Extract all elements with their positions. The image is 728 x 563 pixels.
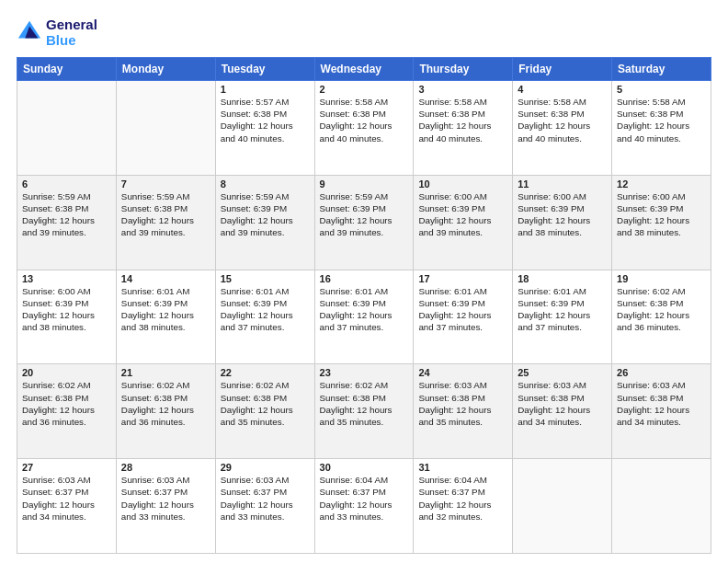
week-row-5: 27Sunrise: 6:03 AM Sunset: 6:37 PM Dayli… [17,459,711,554]
day-info: Sunrise: 6:01 AM Sunset: 6:39 PM Dayligh… [518,285,607,334]
calendar-cell: 20Sunrise: 6:02 AM Sunset: 6:38 PM Dayli… [17,364,117,459]
calendar-cell: 24Sunrise: 6:03 AM Sunset: 6:38 PM Dayli… [414,364,513,459]
day-info: Sunrise: 6:04 AM Sunset: 6:37 PM Dayligh… [320,474,409,523]
day-number: 16 [320,273,409,284]
calendar: SundayMondayTuesdayWednesdayThursdayFrid… [17,57,711,554]
day-info: Sunrise: 6:02 AM Sunset: 6:38 PM Dayligh… [121,379,210,428]
day-info: Sunrise: 6:03 AM Sunset: 6:38 PM Dayligh… [617,379,706,428]
day-number: 20 [22,367,111,378]
logo-icon [17,19,42,45]
calendar-cell [116,81,215,176]
day-info: Sunrise: 5:58 AM Sunset: 6:38 PM Dayligh… [617,96,706,144]
calendar-cell: 1Sunrise: 5:57 AM Sunset: 6:38 PM Daylig… [215,81,314,176]
logo-text: General Blue [46,17,97,48]
day-number: 18 [518,273,607,284]
day-info: Sunrise: 5:57 AM Sunset: 6:38 PM Dayligh… [221,96,310,144]
calendar-cell: 25Sunrise: 6:03 AM Sunset: 6:38 PM Dayli… [513,364,612,459]
weekday-tuesday: Tuesday [215,58,314,81]
day-info: Sunrise: 5:58 AM Sunset: 6:38 PM Dayligh… [518,96,607,144]
day-number: 29 [221,462,310,473]
calendar-cell: 31Sunrise: 6:04 AM Sunset: 6:37 PM Dayli… [414,459,513,554]
day-info: Sunrise: 6:03 AM Sunset: 6:38 PM Dayligh… [518,379,607,428]
day-info: Sunrise: 6:02 AM Sunset: 6:38 PM Dayligh… [22,379,111,428]
week-row-4: 20Sunrise: 6:02 AM Sunset: 6:38 PM Dayli… [17,364,711,459]
day-number: 11 [518,178,607,190]
day-number: 10 [418,178,507,190]
day-info: Sunrise: 5:58 AM Sunset: 6:38 PM Dayligh… [320,96,409,144]
calendar-cell: 2Sunrise: 5:58 AM Sunset: 6:38 PM Daylig… [314,81,414,176]
day-info: Sunrise: 6:02 AM Sunset: 6:38 PM Dayligh… [221,379,310,428]
calendar-cell: 22Sunrise: 6:02 AM Sunset: 6:38 PM Dayli… [215,364,314,459]
day-number: 30 [320,462,409,473]
day-info: Sunrise: 6:03 AM Sunset: 6:38 PM Dayligh… [418,379,507,428]
calendar-cell: 21Sunrise: 6:02 AM Sunset: 6:38 PM Dayli… [116,364,215,459]
weekday-friday: Friday [513,58,612,81]
day-info: Sunrise: 6:02 AM Sunset: 6:38 PM Dayligh… [320,379,409,428]
calendar-cell: 12Sunrise: 6:00 AM Sunset: 6:39 PM Dayli… [612,175,711,270]
weekday-saturday: Saturday [612,58,711,81]
calendar-cell: 16Sunrise: 6:01 AM Sunset: 6:39 PM Dayli… [314,270,414,364]
day-number: 15 [221,273,310,284]
day-info: Sunrise: 5:59 AM Sunset: 6:39 PM Dayligh… [320,190,409,239]
day-number: 8 [221,178,310,190]
day-number: 17 [418,273,507,284]
weekday-header-row: SundayMondayTuesdayWednesdayThursdayFrid… [17,58,711,81]
day-info: Sunrise: 5:59 AM Sunset: 6:38 PM Dayligh… [22,190,111,239]
calendar-cell: 10Sunrise: 6:00 AM Sunset: 6:39 PM Dayli… [414,175,513,270]
day-info: Sunrise: 5:59 AM Sunset: 6:39 PM Dayligh… [221,190,310,239]
day-info: Sunrise: 6:00 AM Sunset: 6:39 PM Dayligh… [22,285,111,334]
day-number: 23 [320,367,409,378]
calendar-cell: 11Sunrise: 6:00 AM Sunset: 6:39 PM Dayli… [513,175,612,270]
calendar-cell: 17Sunrise: 6:01 AM Sunset: 6:39 PM Dayli… [414,270,513,364]
page: General Blue SundayMondayTuesdayWednesda… [0,0,728,563]
calendar-cell: 14Sunrise: 6:01 AM Sunset: 6:39 PM Dayli… [116,270,215,364]
day-info: Sunrise: 5:58 AM Sunset: 6:38 PM Dayligh… [418,96,507,144]
day-number: 31 [418,462,507,473]
day-number: 19 [617,273,706,284]
day-number: 13 [22,273,111,284]
calendar-cell: 7Sunrise: 5:59 AM Sunset: 6:38 PM Daylig… [116,175,215,270]
calendar-cell: 29Sunrise: 6:03 AM Sunset: 6:37 PM Dayli… [215,459,314,554]
calendar-cell [513,459,612,554]
weekday-wednesday: Wednesday [314,58,414,81]
day-info: Sunrise: 6:00 AM Sunset: 6:39 PM Dayligh… [518,190,607,239]
day-number: 7 [121,178,210,190]
calendar-cell: 5Sunrise: 5:58 AM Sunset: 6:38 PM Daylig… [612,81,711,176]
day-info: Sunrise: 6:03 AM Sunset: 6:37 PM Dayligh… [121,474,210,523]
calendar-cell: 4Sunrise: 5:58 AM Sunset: 6:38 PM Daylig… [513,81,612,176]
weekday-sunday: Sunday [17,58,117,81]
day-info: Sunrise: 6:00 AM Sunset: 6:39 PM Dayligh… [617,190,706,239]
day-info: Sunrise: 6:02 AM Sunset: 6:38 PM Dayligh… [617,285,706,334]
day-number: 6 [22,178,111,190]
calendar-cell: 19Sunrise: 6:02 AM Sunset: 6:38 PM Dayli… [612,270,711,364]
week-row-1: 1Sunrise: 5:57 AM Sunset: 6:38 PM Daylig… [17,81,711,176]
day-number: 27 [22,462,111,473]
day-number: 26 [617,367,706,378]
calendar-cell: 15Sunrise: 6:01 AM Sunset: 6:39 PM Dayli… [215,270,314,364]
week-row-3: 13Sunrise: 6:00 AM Sunset: 6:39 PM Dayli… [17,270,711,364]
calendar-cell: 8Sunrise: 5:59 AM Sunset: 6:39 PM Daylig… [215,175,314,270]
day-number: 24 [418,367,507,378]
day-info: Sunrise: 6:01 AM Sunset: 6:39 PM Dayligh… [221,285,310,334]
calendar-cell: 3Sunrise: 5:58 AM Sunset: 6:38 PM Daylig… [414,81,513,176]
day-number: 2 [320,84,409,95]
weekday-monday: Monday [116,58,215,81]
calendar-cell: 26Sunrise: 6:03 AM Sunset: 6:38 PM Dayli… [612,364,711,459]
day-info: Sunrise: 6:00 AM Sunset: 6:39 PM Dayligh… [418,190,507,239]
day-info: Sunrise: 5:59 AM Sunset: 6:38 PM Dayligh… [121,190,210,239]
calendar-cell [612,459,711,554]
calendar-cell: 28Sunrise: 6:03 AM Sunset: 6:37 PM Dayli… [116,459,215,554]
day-number: 14 [121,273,210,284]
calendar-cell: 23Sunrise: 6:02 AM Sunset: 6:38 PM Dayli… [314,364,414,459]
header: General Blue [17,17,711,48]
weekday-thursday: Thursday [414,58,513,81]
day-number: 3 [418,84,507,95]
day-info: Sunrise: 6:01 AM Sunset: 6:39 PM Dayligh… [121,285,210,334]
day-number: 1 [221,84,310,95]
day-number: 5 [617,84,706,95]
calendar-cell: 18Sunrise: 6:01 AM Sunset: 6:39 PM Dayli… [513,270,612,364]
calendar-cell: 27Sunrise: 6:03 AM Sunset: 6:37 PM Dayli… [17,459,117,554]
day-number: 21 [121,367,210,378]
day-number: 25 [518,367,607,378]
day-info: Sunrise: 6:01 AM Sunset: 6:39 PM Dayligh… [320,285,409,334]
